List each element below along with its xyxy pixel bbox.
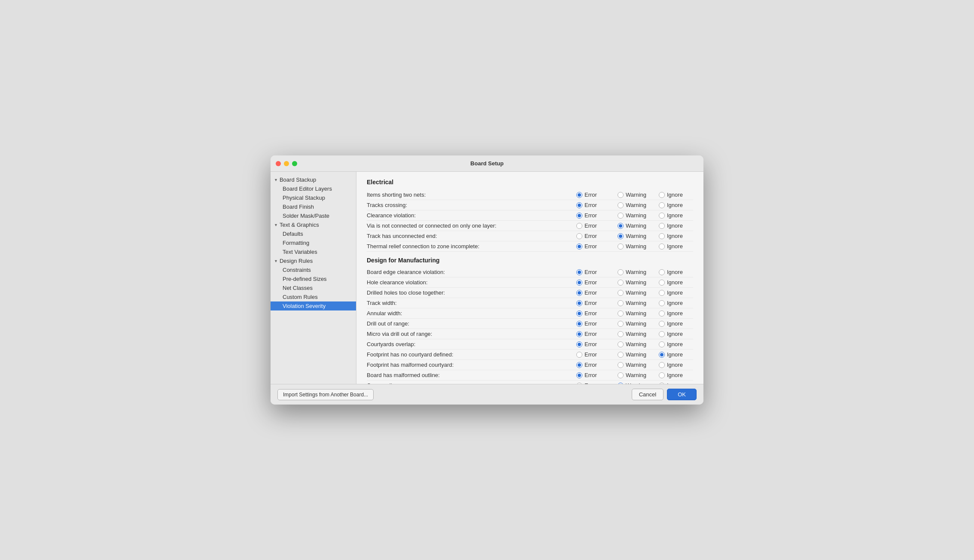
radio-items-shorting-ignore[interactable]: Ignore	[659, 192, 693, 198]
row-micro-via-drill: Micro via drill out of range:ErrorWarnin…	[367, 329, 693, 339]
radio-thermal-relief-ignore[interactable]: Ignore	[659, 243, 693, 250]
radio-board-edge-clearance-ignore[interactable]: Ignore	[659, 269, 693, 275]
row-tracks-crossing: Tracks crossing:ErrorWarningIgnore	[367, 200, 693, 210]
minimize-button[interactable]	[284, 161, 289, 166]
radio-label-track-width-error: Error	[584, 300, 597, 306]
radio-label-items-shorting-error: Error	[584, 192, 597, 198]
radio-drilled-holes-close-ignore[interactable]: Ignore	[659, 289, 693, 296]
sidebar-group-board-stackup[interactable]: ▼ Board Stackup	[271, 175, 356, 184]
radio-clearance-violation-warning[interactable]: Warning	[618, 212, 652, 219]
radio-label-annular-width-warning: Warning	[626, 310, 646, 317]
row-label-board-malformed-outline: Board has malformed outline:	[367, 372, 576, 378]
sidebar-item-constraints[interactable]: Constraints	[271, 265, 356, 274]
sidebar-item-defaults[interactable]: Defaults	[271, 229, 356, 238]
radio-group-track-width: ErrorWarningIgnore	[576, 300, 693, 306]
radio-annular-width-error[interactable]: Error	[576, 310, 611, 317]
radio-circle-board-edge-clearance-ignore	[659, 269, 665, 275]
radio-clearance-violation-error[interactable]: Error	[576, 212, 611, 219]
sidebar-item-violation-severity[interactable]: Violation Severity	[271, 301, 356, 310]
radio-courtyards-overlap-warning[interactable]: Warning	[618, 341, 652, 347]
radio-label-track-unconnected-end-warning: Warning	[626, 233, 646, 239]
radio-circle-board-malformed-outline-ignore	[659, 372, 665, 378]
sidebar-item-text-variables[interactable]: Text Variables	[271, 247, 356, 256]
sidebar-item-net-classes[interactable]: Net Classes	[271, 283, 356, 292]
radio-annular-width-ignore[interactable]: Ignore	[659, 310, 693, 317]
radio-label-footprint-no-courtyard-ignore: Ignore	[667, 351, 683, 358]
radio-board-edge-clearance-warning[interactable]: Warning	[618, 269, 652, 275]
chevron-icon: ▼	[274, 259, 278, 263]
radio-micro-via-drill-warning[interactable]: Warning	[618, 331, 652, 337]
radio-micro-via-drill-ignore[interactable]: Ignore	[659, 331, 693, 337]
radio-footprint-malformed-courtyard-error[interactable]: Error	[576, 362, 611, 368]
radio-via-not-connected-error[interactable]: Error	[576, 222, 611, 229]
radio-drill-out-of-range-ignore[interactable]: Ignore	[659, 320, 693, 327]
radio-thermal-relief-warning[interactable]: Warning	[618, 243, 652, 250]
sidebar-group-text-graphics[interactable]: ▼ Text & Graphics	[271, 220, 356, 229]
sidebar-item-board-editor-layers[interactable]: Board Editor Layers	[271, 184, 356, 193]
radio-label-footprint-malformed-courtyard-ignore: Ignore	[667, 362, 683, 368]
radio-hole-clearance-warning[interactable]: Warning	[618, 279, 652, 286]
radio-via-not-connected-ignore[interactable]: Ignore	[659, 222, 693, 229]
sidebar-item-board-finish[interactable]: Board Finish	[271, 202, 356, 211]
radio-thermal-relief-error[interactable]: Error	[576, 243, 611, 250]
radio-track-width-warning[interactable]: Warning	[618, 300, 652, 306]
radio-circle-courtyards-overlap-error	[576, 341, 582, 347]
radio-label-thermal-relief-warning: Warning	[626, 243, 646, 250]
sidebar-item-physical-stackup[interactable]: Physical Stackup	[271, 193, 356, 202]
row-label-footprint-no-courtyard: Footprint has no courtyard defined:	[367, 351, 576, 358]
radio-footprint-malformed-courtyard-ignore[interactable]: Ignore	[659, 362, 693, 368]
radio-circle-items-shorting-warning	[618, 192, 624, 198]
close-button[interactable]	[276, 161, 281, 166]
radio-hole-clearance-error[interactable]: Error	[576, 279, 611, 286]
sidebar-item-custom-rules[interactable]: Custom Rules	[271, 292, 356, 301]
radio-drill-out-of-range-error[interactable]: Error	[576, 320, 611, 327]
radio-tracks-crossing-error[interactable]: Error	[576, 202, 611, 208]
sidebar-group-design-rules[interactable]: ▼ Design Rules	[271, 256, 356, 265]
import-settings-button[interactable]: Import Settings from Another Board...	[277, 389, 374, 400]
sidebar-item-solder-mask-paste[interactable]: Solder Mask/Paste	[271, 211, 356, 220]
radio-items-shorting-warning[interactable]: Warning	[618, 192, 652, 198]
radio-hole-clearance-ignore[interactable]: Ignore	[659, 279, 693, 286]
radio-track-width-error[interactable]: Error	[576, 300, 611, 306]
radio-tracks-crossing-warning[interactable]: Warning	[618, 202, 652, 208]
radio-drill-out-of-range-warning[interactable]: Warning	[618, 320, 652, 327]
radio-footprint-no-courtyard-ignore[interactable]: Ignore	[659, 351, 693, 358]
radio-track-width-ignore[interactable]: Ignore	[659, 300, 693, 306]
radio-label-clearance-violation-error: Error	[584, 212, 597, 219]
radio-group-hole-clearance: ErrorWarningIgnore	[576, 279, 693, 286]
radio-footprint-no-courtyard-error[interactable]: Error	[576, 351, 611, 358]
radio-clearance-violation-ignore[interactable]: Ignore	[659, 212, 693, 219]
sidebar-item-formatting[interactable]: Formatting	[271, 238, 356, 247]
radio-group-micro-via-drill: ErrorWarningIgnore	[576, 331, 693, 337]
radio-track-unconnected-end-warning[interactable]: Warning	[618, 233, 652, 239]
radio-circle-hole-clearance-ignore	[659, 280, 665, 286]
radio-board-malformed-outline-ignore[interactable]: Ignore	[659, 372, 693, 378]
radio-footprint-malformed-courtyard-warning[interactable]: Warning	[618, 362, 652, 368]
maximize-button[interactable]	[292, 161, 297, 166]
radio-label-courtyards-overlap-ignore: Ignore	[667, 341, 683, 347]
sidebar-item-pre-defined-sizes[interactable]: Pre-defined Sizes	[271, 274, 356, 283]
radio-board-malformed-outline-warning[interactable]: Warning	[618, 372, 652, 378]
radio-label-micro-via-drill-ignore: Ignore	[667, 331, 683, 337]
radio-track-unconnected-end-ignore[interactable]: Ignore	[659, 233, 693, 239]
chevron-icon: ▼	[274, 178, 278, 182]
window-title: Board Setup	[470, 160, 503, 167]
radio-courtyards-overlap-error[interactable]: Error	[576, 341, 611, 347]
radio-circle-drill-out-of-range-warning	[618, 321, 624, 327]
ok-button[interactable]: OK	[667, 389, 697, 400]
radio-drilled-holes-close-warning[interactable]: Warning	[618, 289, 652, 296]
radio-courtyards-overlap-ignore[interactable]: Ignore	[659, 341, 693, 347]
cancel-button[interactable]: Cancel	[632, 389, 664, 400]
radio-micro-via-drill-error[interactable]: Error	[576, 331, 611, 337]
radio-drilled-holes-close-error[interactable]: Error	[576, 289, 611, 296]
radio-board-edge-clearance-error[interactable]: Error	[576, 269, 611, 275]
radio-footprint-no-courtyard-warning[interactable]: Warning	[618, 351, 652, 358]
radio-circle-clearance-violation-warning	[618, 213, 624, 219]
radio-track-unconnected-end-error[interactable]: Error	[576, 233, 611, 239]
radio-group-board-malformed-outline: ErrorWarningIgnore	[576, 372, 693, 378]
radio-items-shorting-error[interactable]: Error	[576, 192, 611, 198]
radio-tracks-crossing-ignore[interactable]: Ignore	[659, 202, 693, 208]
radio-annular-width-warning[interactable]: Warning	[618, 310, 652, 317]
radio-via-not-connected-warning[interactable]: Warning	[618, 222, 652, 229]
radio-board-malformed-outline-error[interactable]: Error	[576, 372, 611, 378]
